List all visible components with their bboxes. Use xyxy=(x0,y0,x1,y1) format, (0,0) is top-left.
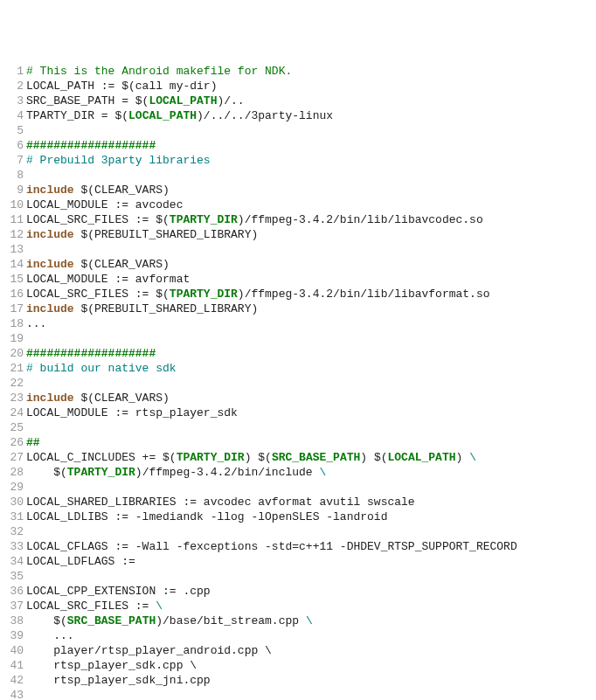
code-content: ... xyxy=(26,628,592,643)
code-content xyxy=(26,168,592,183)
line-number: 1 xyxy=(4,64,24,79)
line-number: 31 xyxy=(4,509,24,524)
code-content xyxy=(26,480,592,495)
line-number: 29 xyxy=(4,480,24,495)
code-content xyxy=(26,331,592,346)
code-content: LOCAL_CPP_EXTENSION := .cpp xyxy=(26,584,592,599)
code-line: 9include $(CLEAR_VARS) xyxy=(4,183,592,198)
code-content xyxy=(26,242,592,257)
code-line: 29 xyxy=(4,480,592,495)
code-line: 34LOCAL_LDFLAGS := xyxy=(4,554,592,569)
line-number: 35 xyxy=(4,569,24,584)
code-content: ## xyxy=(26,435,592,450)
code-line: 41 rtsp_player_sdk.cpp \ xyxy=(4,658,592,673)
code-line: 27LOCAL_C_INCLUDES += $(TPARTY_DIR) $(SR… xyxy=(4,450,592,465)
line-number: 21 xyxy=(4,361,24,376)
code-line: 8 xyxy=(4,168,592,183)
code-content: $(SRC_BASE_PATH)/base/bit_stream.cpp \ xyxy=(26,613,592,628)
line-number: 20 xyxy=(4,346,24,361)
code-line: 12include $(PREBUILT_SHARED_LIBRARY) xyxy=(4,227,592,242)
code-content: LOCAL_SHARED_LIBRARIES := avcodec avform… xyxy=(26,495,592,509)
code-line: 3SRC_BASE_PATH = $(LOCAL_PATH)/.. xyxy=(4,94,592,108)
code-line: 23include $(CLEAR_VARS) xyxy=(4,391,592,405)
line-number: 38 xyxy=(4,613,24,628)
code-content: $(TPARTY_DIR)/ffmpeg-3.4.2/bin/include \ xyxy=(26,465,592,480)
code-line: 33LOCAL_CFLAGS := -Wall -fexceptions -st… xyxy=(4,539,592,554)
line-number: 11 xyxy=(4,212,24,227)
code-content: LOCAL_MODULE := rtsp_player_sdk xyxy=(26,405,592,420)
code-content xyxy=(26,524,592,539)
line-number: 42 xyxy=(4,673,24,688)
code-line: 38 $(SRC_BASE_PATH)/base/bit_stream.cpp … xyxy=(4,613,592,628)
code-line: 37LOCAL_SRC_FILES := \ xyxy=(4,599,592,613)
code-content: TPARTY_DIR = $(LOCAL_PATH)/../../3party-… xyxy=(26,108,592,123)
code-line: 11LOCAL_SRC_FILES := $(TPARTY_DIR)/ffmpe… xyxy=(4,212,592,227)
line-number: 41 xyxy=(4,658,24,673)
code-content: LOCAL_MODULE := avformat xyxy=(26,272,592,287)
line-number: 23 xyxy=(4,391,24,405)
line-number: 18 xyxy=(4,316,24,331)
line-number: 40 xyxy=(4,643,24,658)
line-number: 43 xyxy=(4,688,24,700)
code-content: ... xyxy=(26,316,592,331)
line-number: 19 xyxy=(4,331,24,346)
line-number: 3 xyxy=(4,94,24,108)
line-number: 4 xyxy=(4,108,24,123)
code-line: 32 xyxy=(4,524,592,539)
code-content: include $(CLEAR_VARS) xyxy=(26,183,592,198)
code-line: 42 rtsp_player_sdk_jni.cpp xyxy=(4,673,592,688)
code-content: LOCAL_MODULE := avcodec xyxy=(26,198,592,212)
code-content: LOCAL_LDLIBS := -lmediandk -llog -lOpenS… xyxy=(26,509,592,524)
code-line: 14include $(CLEAR_VARS) xyxy=(4,257,592,272)
code-line: 35 xyxy=(4,569,592,584)
code-line: 5 xyxy=(4,123,592,138)
line-number: 2 xyxy=(4,79,24,94)
code-line: 20################### xyxy=(4,346,592,361)
code-line: 28 $(TPARTY_DIR)/ffmpeg-3.4.2/bin/includ… xyxy=(4,465,592,480)
code-line: 18... xyxy=(4,316,592,331)
line-number: 5 xyxy=(4,123,24,138)
code-line: 21# build our native sdk xyxy=(4,361,592,376)
code-content: LOCAL_SRC_FILES := \ xyxy=(26,599,592,613)
code-content: ################### xyxy=(26,138,592,153)
line-number: 26 xyxy=(4,435,24,450)
code-content: SRC_BASE_PATH = $(LOCAL_PATH)/.. xyxy=(26,94,592,108)
code-line: 13 xyxy=(4,242,592,257)
code-content: LOCAL_PATH := $(call my-dir) xyxy=(26,79,592,94)
code-content: # Prebuild 3party libraries xyxy=(26,153,592,168)
line-number: 13 xyxy=(4,242,24,257)
code-line: 40 player/rtsp_player_android.cpp \ xyxy=(4,643,592,658)
code-content: ################### xyxy=(26,346,592,361)
code-content xyxy=(26,688,592,700)
line-number: 14 xyxy=(4,257,24,272)
line-number: 8 xyxy=(4,168,24,183)
code-line: 1# This is the Android makefile for NDK. xyxy=(4,64,592,79)
code-line: 6################### xyxy=(4,138,592,153)
line-number: 7 xyxy=(4,153,24,168)
code-line: 25 xyxy=(4,420,592,435)
code-line: 15LOCAL_MODULE := avformat xyxy=(4,272,592,287)
code-content: include $(CLEAR_VARS) xyxy=(26,391,592,405)
code-line: 43 xyxy=(4,688,592,700)
line-number: 17 xyxy=(4,301,24,316)
code-line: 31LOCAL_LDLIBS := -lmediandk -llog -lOpe… xyxy=(4,509,592,524)
code-line: 7# Prebuild 3party libraries xyxy=(4,153,592,168)
code-line: 19 xyxy=(4,331,592,346)
code-line: 22 xyxy=(4,376,592,391)
code-line: 2LOCAL_PATH := $(call my-dir) xyxy=(4,79,592,94)
code-content: include $(CLEAR_VARS) xyxy=(26,257,592,272)
code-line: 10LOCAL_MODULE := avcodec xyxy=(4,198,592,212)
code-content: LOCAL_C_INCLUDES += $(TPARTY_DIR) $(SRC_… xyxy=(26,450,592,465)
code-content: LOCAL_SRC_FILES := $(TPARTY_DIR)/ffmpeg-… xyxy=(26,287,592,301)
code-content: rtsp_player_sdk_jni.cpp xyxy=(26,673,592,688)
code-line: 24LOCAL_MODULE := rtsp_player_sdk xyxy=(4,405,592,420)
line-number: 10 xyxy=(4,198,24,212)
code-content xyxy=(26,569,592,584)
code-line: 4TPARTY_DIR = $(LOCAL_PATH)/../../3party… xyxy=(4,108,592,123)
code-content: # build our native sdk xyxy=(26,361,592,376)
code-content xyxy=(26,376,592,391)
code-content: LOCAL_SRC_FILES := $(TPARTY_DIR)/ffmpeg-… xyxy=(26,212,592,227)
line-number: 22 xyxy=(4,376,24,391)
code-content: # This is the Android makefile for NDK. xyxy=(26,64,592,79)
code-line: 26## xyxy=(4,435,592,450)
